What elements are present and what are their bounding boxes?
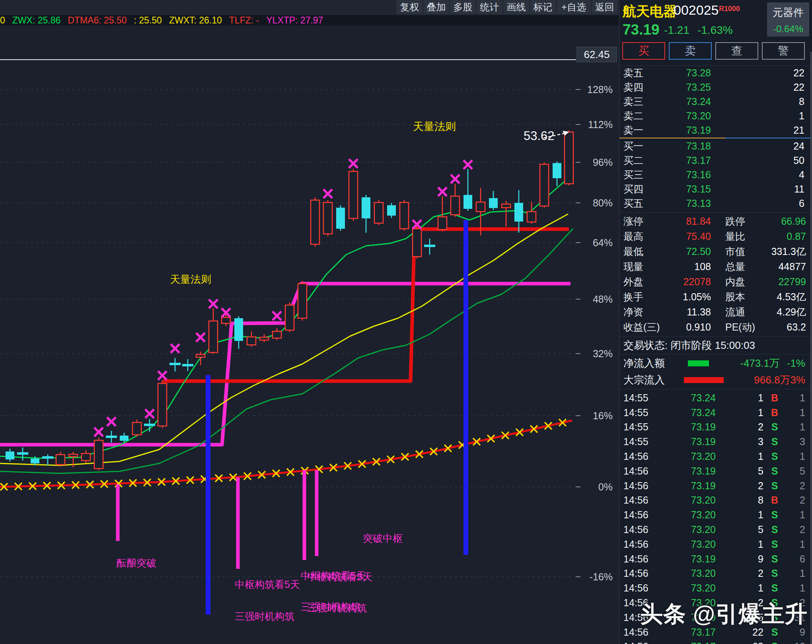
trade-row: 14:5573.241B1 <box>619 391 811 405</box>
toolbar-button-复权[interactable]: 复权 <box>397 0 423 14</box>
trade-row: 14:5673.205S2 <box>619 522 811 537</box>
ask-row[interactable]: 卖二73.201 <box>619 109 811 123</box>
level-price: 73.19 <box>659 125 711 136</box>
toolbar-buttons: 复权叠加多股统计画线标记+自选返回 <box>396 0 617 15</box>
bid-row[interactable]: 买二73.1750 <box>619 153 811 167</box>
stat-row: 最低72.50市值331.3亿 <box>619 244 811 259</box>
quote-header: 航天电器 002025 R1000 73.19 -1.21 -1.63% 元器件… <box>619 0 812 40</box>
trade-row: 14:5673.201S1 <box>619 449 811 464</box>
ask-row[interactable]: 卖一73.1921 <box>619 123 811 137</box>
level-volume: 22 <box>711 67 811 79</box>
stat-row: 最高75.40量比0.87 <box>619 229 811 244</box>
svg-text:三强时机构筑: 三强时机构筑 <box>307 602 367 613</box>
level-volume: 11 <box>711 183 811 195</box>
bid-row[interactable]: 买五73.136 <box>619 196 811 210</box>
svg-text:112%: 112% <box>588 119 613 130</box>
level-label: 买五 <box>619 197 659 210</box>
indicator-value-0: 0 <box>0 15 5 26</box>
quote-panel: 航天电器 002025 R1000 73.19 -1.21 -1.63% 元器件… <box>619 0 812 644</box>
stat-row: 收益(三)0.910PE(动)63.2 <box>619 319 811 335</box>
bid-row[interactable]: 买四73.1511 <box>619 182 811 196</box>
svg-text:天量法则: 天量法则 <box>170 273 211 285</box>
trade-row: 14:5573.192S1 <box>619 420 811 435</box>
toolbar-button-返回[interactable]: 返回 <box>592 0 617 14</box>
stat-row: 换手1.05%股本4.53亿 <box>619 289 811 304</box>
toolbar-button-标记[interactable]: 标记 <box>530 0 556 14</box>
action-button-买[interactable]: 买 <box>622 42 665 60</box>
trade-row: 14:5573.193S3 <box>619 434 811 449</box>
indicator-value-3: : 25.50 <box>134 15 162 26</box>
indicator-value-2: DTMA6: 25.50 <box>68 15 127 26</box>
flow-bar <box>688 360 709 366</box>
bid-row[interactable]: 买一73.1824 <box>619 139 811 153</box>
svg-text:32%: 32% <box>593 348 613 359</box>
toolbar-button-叠加[interactable]: 叠加 <box>423 0 449 14</box>
trading-status-text: 交易状态: 闭市阶段 15:00:03 <box>619 339 755 352</box>
trade-row: 14:5673.202S1 <box>619 566 811 581</box>
level-label: 卖四 <box>619 81 659 94</box>
last-price: 73.19 <box>623 21 660 38</box>
level-label: 卖二 <box>619 109 659 123</box>
bid-row[interactable]: 买三73.164 <box>619 167 811 182</box>
toolbar-button-多股[interactable]: 多股 <box>450 0 476 14</box>
stat-row: 现量108总量44877 <box>619 259 811 274</box>
level-price: 73.20 <box>659 110 711 122</box>
toolbar-button-画线[interactable]: 画线 <box>503 0 529 14</box>
trade-row: 14:5673.201S1 <box>619 537 811 552</box>
indicator-value-6: YLXTP: 27.97 <box>266 15 323 26</box>
ask-row[interactable]: 卖五73.2822 <box>619 66 811 80</box>
panel-scrollbar[interactable] <box>810 52 812 644</box>
action-button-警[interactable]: 警 <box>762 42 805 60</box>
svg-text:酝酿突破: 酝酿突破 <box>117 557 156 568</box>
trade-row: 14:5673.201S1 <box>619 508 811 522</box>
level-label: 买三 <box>619 168 659 181</box>
action-button-卖[interactable]: 卖 <box>669 42 712 60</box>
app-window: 128%112%96%80%64%48%32%16%0%-16%62.45天量法… <box>0 0 812 644</box>
flow-bar <box>684 377 724 383</box>
chart-canvas[interactable]: 128%112%96%80%64%48%32%16%0%-16%62.45天量法… <box>0 0 619 644</box>
level-price: 73.28 <box>659 67 711 79</box>
trade-row: 14:5673.199S6 <box>619 552 811 566</box>
level-label: 卖五 <box>619 66 659 80</box>
svg-text:64%: 64% <box>593 237 613 248</box>
trade-row: 14:5673.195S5 <box>619 464 811 479</box>
indicator-value-5: TLFZ: - <box>229 15 259 26</box>
price-chart-svg[interactable]: 128%112%96%80%64%48%32%16%0%-16%62.45天量法… <box>0 0 619 644</box>
level-label: 买二 <box>619 154 659 167</box>
indicator-value-4: ZWXT: 26.10 <box>169 15 222 26</box>
svg-text:三强时机构筑: 三强时机构筑 <box>235 611 294 622</box>
svg-text:80%: 80% <box>593 197 613 208</box>
level-price: 73.18 <box>659 140 711 152</box>
svg-text:突破中枢: 突破中枢 <box>363 533 403 544</box>
svg-text:96%: 96% <box>593 157 613 168</box>
sector-badge[interactable]: 元器件 -0.64% <box>767 2 809 37</box>
ask-row[interactable]: 卖四73.2522 <box>619 80 811 94</box>
svg-text:53.62: 53.62 <box>524 129 555 143</box>
level-label: 卖一 <box>619 124 659 137</box>
stock-code: 002025 <box>674 2 719 18</box>
stat-row: 净资11.38流通4.29亿 <box>619 304 811 319</box>
ask-row[interactable]: 卖三73.248 <box>619 94 811 109</box>
trade-actions: 买卖查警 <box>619 42 812 62</box>
action-button-查[interactable]: 查 <box>715 42 758 60</box>
level-price: 73.13 <box>659 198 711 209</box>
level-volume: 1 <box>711 110 811 122</box>
toolbar-button-统计[interactable]: 统计 <box>477 0 502 14</box>
price-change-pct: -1.63% <box>697 24 733 37</box>
toolbar-button-+自选[interactable]: +自选 <box>557 0 591 14</box>
svg-text:128%: 128% <box>587 84 613 95</box>
stat-row: 外盘22078内盘22799 <box>619 274 811 289</box>
flow-row-净流入额: 净流入额-473.1万-1% <box>619 355 811 372</box>
stat-row: 涨停81.84跌停66.96 <box>619 214 811 229</box>
level-label: 买四 <box>619 183 659 196</box>
svg-text:中枢构筑看5天: 中枢构筑看5天 <box>235 579 300 590</box>
svg-text:16%: 16% <box>593 410 613 421</box>
money-flows: 净流入额-473.1万-1%大宗流入966.8万3% <box>619 355 811 389</box>
indicator-bar: 0ZWX: 25.86DTMA6: 25.50: 25.50ZWXT: 26.1… <box>0 15 619 25</box>
level-volume: 24 <box>711 140 811 152</box>
level-price: 73.17 <box>659 155 711 166</box>
level-volume: 22 <box>711 82 811 93</box>
svg-text:48%: 48% <box>593 294 613 305</box>
level-price: 73.25 <box>659 82 711 93</box>
trade-row: 14:5673.201S1 <box>619 581 811 595</box>
